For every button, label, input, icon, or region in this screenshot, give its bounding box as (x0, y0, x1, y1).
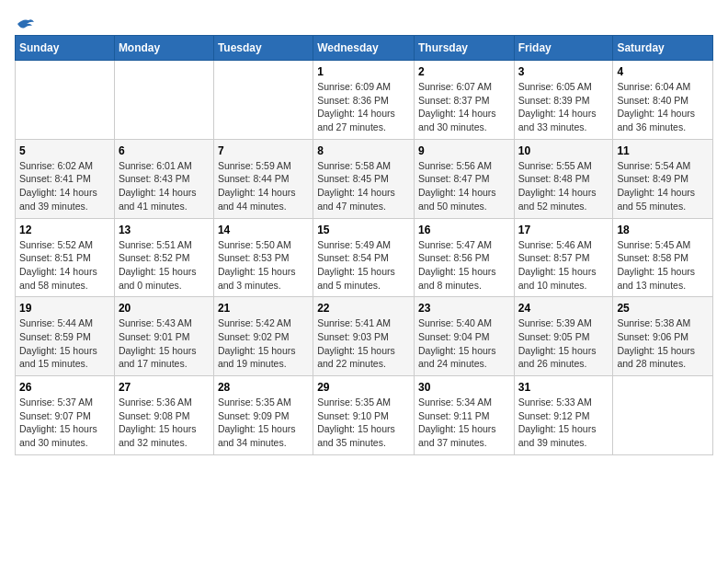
day-number: 31 (518, 381, 609, 394)
day-number: 25 (617, 302, 709, 315)
day-number: 1 (317, 65, 410, 78)
day-number: 4 (617, 65, 709, 78)
day-info: Sunrise: 5:47 AM Sunset: 8:56 PM Dayligh… (418, 238, 510, 293)
day-info: Sunrise: 5:51 AM Sunset: 8:52 PM Dayligh… (119, 238, 210, 293)
day-header-sunday: Sunday (16, 36, 115, 61)
day-info: Sunrise: 5:56 AM Sunset: 8:47 PM Dayligh… (418, 159, 510, 213)
day-info: Sunrise: 5:46 AM Sunset: 8:57 PM Dayligh… (518, 238, 609, 293)
day-info: Sunrise: 6:04 AM Sunset: 8:40 PM Dayligh… (617, 80, 709, 134)
day-info: Sunrise: 5:45 AM Sunset: 8:58 PM Dayligh… (617, 238, 709, 293)
day-number: 16 (418, 224, 510, 236)
calendar-cell (16, 61, 115, 140)
calendar-table: SundayMondayTuesdayWednesdayThursdayFrid… (15, 35, 713, 455)
day-number: 14 (218, 224, 309, 236)
day-number: 21 (218, 302, 309, 315)
calendar-cell: 14Sunrise: 5:50 AM Sunset: 8:53 PM Dayli… (213, 218, 313, 297)
calendar-cell: 12Sunrise: 5:52 AM Sunset: 8:51 PM Dayli… (16, 218, 115, 297)
calendar-cell: 27Sunrise: 5:36 AM Sunset: 9:08 PM Dayli… (114, 376, 213, 455)
calendar-cell: 2Sunrise: 6:07 AM Sunset: 8:37 PM Daylig… (414, 61, 514, 140)
day-number: 6 (119, 144, 210, 157)
calendar-cell: 31Sunrise: 5:33 AM Sunset: 9:12 PM Dayli… (514, 376, 613, 455)
day-number: 20 (119, 302, 210, 315)
day-header-wednesday: Wednesday (313, 36, 415, 61)
day-number: 13 (119, 224, 210, 236)
day-number: 17 (518, 224, 609, 236)
day-number: 30 (418, 381, 510, 394)
day-info: Sunrise: 5:41 AM Sunset: 9:03 PM Dayligh… (317, 316, 410, 371)
day-number: 8 (317, 144, 410, 157)
day-info: Sunrise: 6:02 AM Sunset: 8:41 PM Dayligh… (19, 159, 110, 213)
day-number: 23 (418, 302, 510, 315)
day-info: Sunrise: 6:07 AM Sunset: 8:37 PM Dayligh… (418, 80, 510, 134)
calendar-cell: 29Sunrise: 5:35 AM Sunset: 9:10 PM Dayli… (313, 376, 415, 455)
calendar-cell: 1Sunrise: 6:09 AM Sunset: 8:36 PM Daylig… (313, 61, 415, 140)
day-info: Sunrise: 5:36 AM Sunset: 9:08 PM Dayligh… (119, 396, 210, 450)
calendar-cell: 20Sunrise: 5:43 AM Sunset: 9:01 PM Dayli… (114, 297, 213, 376)
day-header-saturday: Saturday (613, 36, 713, 61)
day-info: Sunrise: 5:35 AM Sunset: 9:10 PM Dayligh… (317, 396, 410, 450)
calendar-cell: 22Sunrise: 5:41 AM Sunset: 9:03 PM Dayli… (313, 297, 415, 376)
day-info: Sunrise: 5:58 AM Sunset: 8:45 PM Dayligh… (317, 159, 410, 213)
week-row-5: 26Sunrise: 5:37 AM Sunset: 9:07 PM Dayli… (16, 376, 713, 455)
calendar-cell: 6Sunrise: 6:01 AM Sunset: 8:43 PM Daylig… (114, 139, 213, 218)
week-row-2: 5Sunrise: 6:02 AM Sunset: 8:41 PM Daylig… (16, 139, 713, 218)
calendar-cell (114, 61, 213, 140)
calendar-cell: 30Sunrise: 5:34 AM Sunset: 9:11 PM Dayli… (414, 376, 514, 455)
calendar-cell: 8Sunrise: 5:58 AM Sunset: 8:45 PM Daylig… (313, 139, 415, 218)
calendar-cell: 9Sunrise: 5:56 AM Sunset: 8:47 PM Daylig… (414, 139, 514, 218)
day-info: Sunrise: 5:52 AM Sunset: 8:51 PM Dayligh… (19, 238, 110, 293)
day-info: Sunrise: 5:35 AM Sunset: 9:09 PM Dayligh… (218, 396, 309, 450)
week-row-1: 1Sunrise: 6:09 AM Sunset: 8:36 PM Daylig… (16, 61, 713, 140)
day-number: 22 (317, 302, 410, 315)
days-header-row: SundayMondayTuesdayWednesdayThursdayFrid… (16, 36, 713, 61)
calendar-cell (613, 376, 713, 455)
day-number: 12 (19, 224, 110, 236)
day-number: 29 (317, 381, 410, 394)
day-header-tuesday: Tuesday (213, 36, 313, 61)
calendar-cell: 16Sunrise: 5:47 AM Sunset: 8:56 PM Dayli… (414, 218, 514, 297)
calendar-cell: 26Sunrise: 5:37 AM Sunset: 9:07 PM Dayli… (16, 376, 115, 455)
day-info: Sunrise: 6:09 AM Sunset: 8:36 PM Dayligh… (317, 80, 410, 134)
calendar-cell: 10Sunrise: 5:55 AM Sunset: 8:48 PM Dayli… (514, 139, 613, 218)
day-info: Sunrise: 6:01 AM Sunset: 8:43 PM Dayligh… (119, 159, 210, 213)
day-number: 19 (19, 302, 110, 315)
day-number: 26 (19, 381, 110, 394)
calendar-cell: 13Sunrise: 5:51 AM Sunset: 8:52 PM Dayli… (114, 218, 213, 297)
day-info: Sunrise: 5:38 AM Sunset: 9:06 PM Dayligh… (617, 316, 709, 371)
day-number: 9 (418, 144, 510, 157)
day-number: 18 (617, 224, 709, 236)
day-info: Sunrise: 5:39 AM Sunset: 9:05 PM Dayligh… (518, 316, 609, 371)
day-info: Sunrise: 5:50 AM Sunset: 8:53 PM Dayligh… (218, 238, 309, 293)
day-info: Sunrise: 5:43 AM Sunset: 9:01 PM Dayligh… (119, 316, 210, 371)
calendar-cell: 18Sunrise: 5:45 AM Sunset: 8:58 PM Dayli… (613, 218, 713, 297)
day-info: Sunrise: 5:44 AM Sunset: 8:59 PM Dayligh… (19, 316, 110, 371)
calendar-cell: 4Sunrise: 6:04 AM Sunset: 8:40 PM Daylig… (613, 61, 713, 140)
calendar-cell: 17Sunrise: 5:46 AM Sunset: 8:57 PM Dayli… (514, 218, 613, 297)
logo (15, 15, 36, 28)
calendar-cell: 25Sunrise: 5:38 AM Sunset: 9:06 PM Dayli… (613, 297, 713, 376)
calendar-cell: 19Sunrise: 5:44 AM Sunset: 8:59 PM Dayli… (16, 297, 115, 376)
day-header-monday: Monday (114, 36, 213, 61)
calendar-cell: 23Sunrise: 5:40 AM Sunset: 9:04 PM Dayli… (414, 297, 514, 376)
calendar-cell: 28Sunrise: 5:35 AM Sunset: 9:09 PM Dayli… (213, 376, 313, 455)
day-info: Sunrise: 5:40 AM Sunset: 9:04 PM Dayligh… (418, 316, 510, 371)
calendar-cell: 24Sunrise: 5:39 AM Sunset: 9:05 PM Dayli… (514, 297, 613, 376)
day-info: Sunrise: 5:54 AM Sunset: 8:49 PM Dayligh… (617, 159, 709, 213)
week-row-3: 12Sunrise: 5:52 AM Sunset: 8:51 PM Dayli… (16, 218, 713, 297)
day-number: 15 (317, 224, 410, 236)
day-number: 10 (518, 144, 609, 157)
day-number: 7 (218, 144, 309, 157)
day-info: Sunrise: 6:05 AM Sunset: 8:39 PM Dayligh… (518, 80, 609, 134)
day-number: 5 (19, 144, 110, 157)
calendar-cell: 11Sunrise: 5:54 AM Sunset: 8:49 PM Dayli… (613, 139, 713, 218)
day-number: 28 (218, 381, 309, 394)
header (15, 15, 713, 28)
week-row-4: 19Sunrise: 5:44 AM Sunset: 8:59 PM Dayli… (16, 297, 713, 376)
day-number: 3 (518, 65, 609, 78)
calendar-cell: 3Sunrise: 6:05 AM Sunset: 8:39 PM Daylig… (514, 61, 613, 140)
day-header-thursday: Thursday (414, 36, 514, 61)
day-info: Sunrise: 5:37 AM Sunset: 9:07 PM Dayligh… (19, 396, 110, 450)
calendar-cell: 21Sunrise: 5:42 AM Sunset: 9:02 PM Dayli… (213, 297, 313, 376)
day-info: Sunrise: 5:42 AM Sunset: 9:02 PM Dayligh… (218, 316, 309, 371)
calendar-cell (213, 61, 313, 140)
